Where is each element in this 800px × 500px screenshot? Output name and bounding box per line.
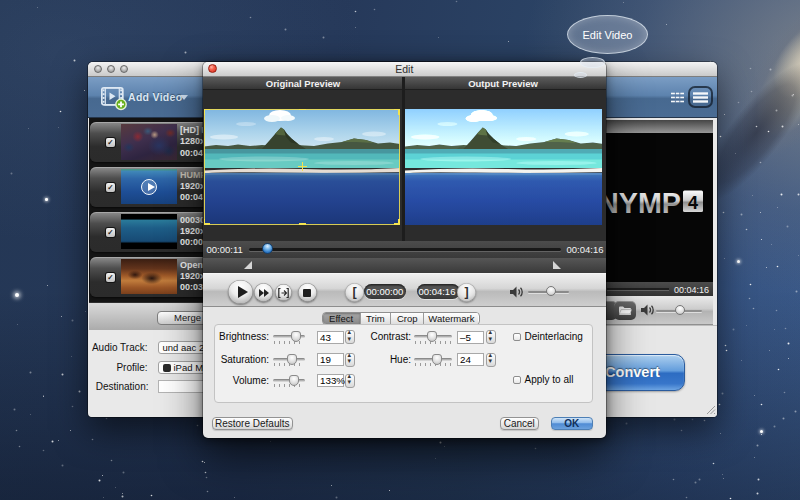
- svg-text:4: 4: [688, 192, 698, 212]
- svg-text:NYMP: NYMP: [605, 188, 681, 219]
